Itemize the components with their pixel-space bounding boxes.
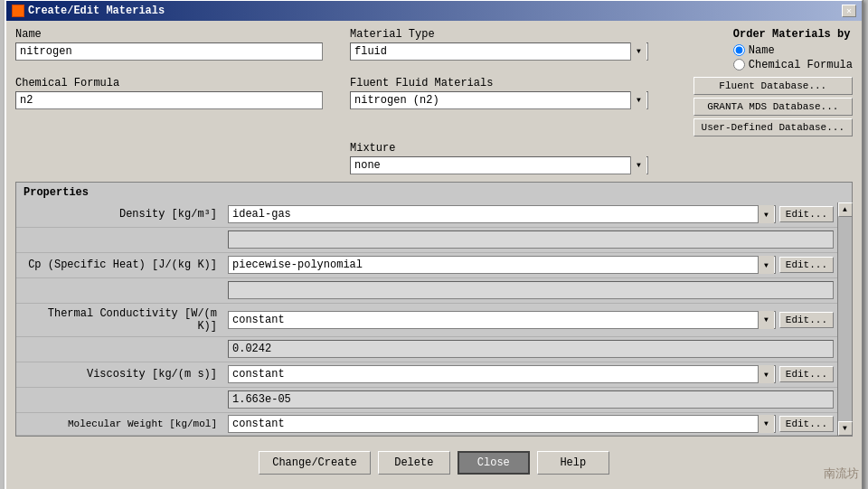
cp-method-select[interactable]: piecewise-polynomial xyxy=(228,256,776,274)
formula-group: Chemical Formula xyxy=(15,77,323,109)
scroll-track[interactable] xyxy=(838,217,852,421)
viscosity-value-input[interactable] xyxy=(228,390,834,409)
watermark: 南流坊 xyxy=(824,465,859,482)
density-value-input[interactable] xyxy=(228,230,834,249)
cp-value-label xyxy=(16,287,224,294)
user-database-button[interactable]: User-Defined Database... xyxy=(693,118,853,136)
granta-database-button[interactable]: GRANTA MDS Database... xyxy=(693,98,853,116)
close-dialog-button[interactable]: Close xyxy=(458,451,530,475)
scrollbar: ▲ ▼ xyxy=(837,202,852,436)
window-title: Create/Edit Materials xyxy=(28,5,165,17)
viscosity-label: Viscosity [kg/(m s)] xyxy=(16,364,224,384)
radio-formula[interactable] xyxy=(733,59,745,71)
formula-input[interactable] xyxy=(15,91,323,109)
viscosity-method-select[interactable]: constant xyxy=(228,365,776,383)
mw-edit-button[interactable]: Edit... xyxy=(779,416,834,432)
cp-select-wrapper: piecewise-polynomial xyxy=(228,256,776,274)
viscosity-row: Viscosity [kg/(m s)] constant Edit... xyxy=(16,362,837,413)
help-button[interactable]: Help xyxy=(537,451,609,475)
radio-name[interactable] xyxy=(733,44,745,56)
title-bar-content: Create/Edit Materials xyxy=(12,5,165,17)
mw-value-cell: constant Edit... xyxy=(224,413,837,435)
density-input-cell xyxy=(224,229,837,250)
cp-value-cell: piecewise-polynomial Edit... xyxy=(224,254,837,276)
scroll-down-button[interactable]: ▼ xyxy=(838,421,853,436)
close-button[interactable]: ✕ xyxy=(842,5,856,17)
material-type-label: Material Type xyxy=(350,28,648,41)
molecular-weight-row: Molecular Weight [kg/mol] constant Edit.… xyxy=(16,413,837,436)
density-method-row: Density [kg/m³] ideal-gas Edit... xyxy=(16,202,837,228)
thermal-label: Thermal Conductivity [W/(m K)] xyxy=(16,304,224,336)
cp-method-row: Cp (Specific Heat) [J/(kg K)] piecewise-… xyxy=(16,253,837,278)
fluent-fluid-select[interactable]: nitrogen (n2) xyxy=(350,91,648,109)
mw-select-wrapper: constant xyxy=(228,415,776,433)
viscosity-select-wrapper: constant xyxy=(228,365,776,383)
viscosity-method-row: Viscosity [kg/(m s)] constant Edit... xyxy=(16,362,837,388)
formula-label: Chemical Formula xyxy=(15,77,323,89)
viscosity-value-row xyxy=(16,388,837,413)
delete-button[interactable]: Delete xyxy=(378,451,450,475)
thermal-value-cell: constant Edit... xyxy=(224,309,837,331)
cp-value-input[interactable] xyxy=(228,281,834,299)
name-input[interactable] xyxy=(15,42,323,61)
mw-method-select[interactable]: constant xyxy=(228,415,776,433)
thermal-select-wrapper: constant xyxy=(228,311,776,329)
mixture-select-wrapper: none xyxy=(350,156,648,174)
density-method-select[interactable]: ideal-gas xyxy=(228,205,776,223)
radio-name-text: Name xyxy=(749,44,775,57)
name-group: Name xyxy=(15,28,323,61)
density-label: Density [kg/m³] xyxy=(16,204,224,224)
mw-label: Molecular Weight [kg/mol] xyxy=(16,415,224,433)
scroll-up-button[interactable]: ▲ xyxy=(838,202,853,217)
order-section: Order Materials by Name Chemical Formula xyxy=(733,28,853,71)
properties-outer: Density [kg/m³] ideal-gas Edit... xyxy=(16,202,852,436)
viscosity-value-label xyxy=(16,396,224,403)
density-edit-button[interactable]: Edit... xyxy=(779,206,834,222)
row-mixture: Mixture none xyxy=(15,142,853,174)
title-bar: Create/Edit Materials ✕ xyxy=(6,1,862,21)
mixture-group: Mixture none xyxy=(350,142,648,174)
main-content: Name Material Type fluid Order Materials… xyxy=(6,21,862,489)
mixture-select[interactable]: none xyxy=(350,156,648,174)
fluent-fluid-select-wrapper: nitrogen (n2) xyxy=(350,91,648,109)
material-type-group: Material Type fluid xyxy=(350,28,648,61)
main-window: Create/Edit Materials ✕ Name Material Ty… xyxy=(5,0,863,489)
viscosity-input-cell xyxy=(224,389,837,410)
thermal-input-cell xyxy=(224,338,837,360)
thermal-value-row xyxy=(16,337,837,362)
bottom-buttons: Change/Create Delete Close Help xyxy=(15,444,853,482)
thermal-value-input[interactable] xyxy=(228,340,834,358)
mixture-label: Mixture xyxy=(350,142,648,155)
mw-method-row: Molecular Weight [kg/mol] constant Edit.… xyxy=(16,413,837,436)
fluent-database-button[interactable]: Fluent Database... xyxy=(693,77,853,95)
fluent-fluid-label: Fluent Fluid Materials xyxy=(350,77,648,89)
row-name-type: Name Material Type fluid Order Materials… xyxy=(15,28,853,71)
order-panel: Order Materials by Name Chemical Formula xyxy=(733,28,853,71)
cp-value-row xyxy=(16,278,837,304)
density-value-row xyxy=(16,228,837,253)
thermal-row: Thermal Conductivity [W/(m K)] constant … xyxy=(16,304,837,362)
thermal-method-row: Thermal Conductivity [W/(m K)] constant … xyxy=(16,304,837,337)
cp-label: Cp (Specific Heat) [J/(kg K)] xyxy=(16,255,224,275)
viscosity-value-cell: constant Edit... xyxy=(224,363,837,385)
material-type-select[interactable]: fluid xyxy=(350,42,648,61)
density-value-label xyxy=(16,236,224,243)
thermal-edit-button[interactable]: Edit... xyxy=(779,312,834,328)
radio-formula-text: Chemical Formula xyxy=(749,59,853,71)
properties-inner: Density [kg/m³] ideal-gas Edit... xyxy=(16,202,837,436)
thermal-value-label xyxy=(16,345,224,353)
material-type-select-wrapper: fluid xyxy=(350,42,648,61)
radio-formula-label[interactable]: Chemical Formula xyxy=(733,59,853,71)
viscosity-edit-button[interactable]: Edit... xyxy=(779,366,834,382)
cp-edit-button[interactable]: Edit... xyxy=(779,257,834,273)
cp-row: Cp (Specific Heat) [J/(kg K)] piecewise-… xyxy=(16,253,837,304)
density-row: Density [kg/m³] ideal-gas Edit... xyxy=(16,202,837,253)
db-buttons-panel: Fluent Database... GRANTA MDS Database..… xyxy=(693,77,853,136)
window-icon xyxy=(12,5,24,17)
properties-title: Properties xyxy=(16,183,852,202)
radio-name-label[interactable]: Name xyxy=(733,44,853,57)
change-create-button[interactable]: Change/Create xyxy=(259,451,371,475)
name-label: Name xyxy=(15,28,323,41)
thermal-method-select[interactable]: constant xyxy=(228,311,776,329)
radio-group: Name Chemical Formula xyxy=(733,44,853,71)
